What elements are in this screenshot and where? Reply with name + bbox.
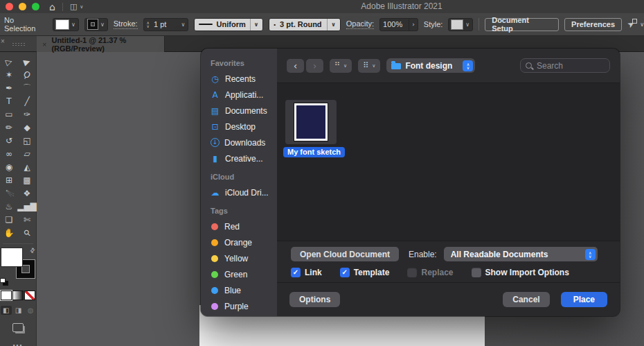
sidebar-item-green[interactable]: Green <box>201 266 277 282</box>
checked-checkbox-icon[interactable]: ✓ <box>340 268 350 277</box>
open-cloud-document-button[interactable]: Open Cloud Document <box>291 247 399 261</box>
icon-view-button[interactable]: ⠛ ∨ <box>330 59 352 73</box>
shape-builder-tool[interactable]: ◉ <box>0 160 18 173</box>
perspective-grid-tool[interactable]: ◭ <box>18 160 36 173</box>
sidebar-item-red[interactable]: Red <box>201 218 277 234</box>
lasso-tool[interactable]: Ϙ <box>18 68 36 81</box>
artboard-tool[interactable]: ❏ <box>0 213 18 226</box>
brush-definition-dropdown[interactable]: • 3 pt. Round ∨ <box>269 18 340 31</box>
hand-tool[interactable]: ✋ <box>0 226 18 239</box>
collapse-panel-icon[interactable]: × <box>1 37 5 45</box>
sidebar-item-creative[interactable]: ▮Creative... <box>201 150 277 166</box>
file-thumbnail[interactable] <box>285 100 337 144</box>
graphic-style-dropdown[interactable]: ∨ <box>448 18 473 31</box>
panel-drag-handle[interactable] <box>12 42 26 46</box>
select-similar-objects-button[interactable]: ➤ ∨ <box>627 19 644 29</box>
rotate-tool[interactable]: ↺ <box>0 134 18 147</box>
free-transform-tool[interactable]: ▱ <box>18 147 36 160</box>
arrange-documents-button[interactable]: ◫ ∨ <box>70 2 84 11</box>
type-tool[interactable]: T <box>0 94 18 107</box>
draw-behind-icon[interactable]: ◨ <box>13 306 24 315</box>
fill-color-well[interactable] <box>1 248 22 266</box>
curvature-tool[interactable]: ⌒ <box>18 81 36 94</box>
document-setup-button[interactable]: Document Setup <box>485 18 559 31</box>
zoom-tool[interactable]: ⚲ <box>18 226 36 239</box>
close-tab-icon[interactable]: × <box>42 40 46 49</box>
change-screen-mode-button[interactable] <box>12 323 24 332</box>
back-button[interactable]: ‹ <box>287 59 304 73</box>
draw-normal-icon[interactable]: ◧ <box>1 306 12 315</box>
sidebar-item-iclouddri[interactable]: ☁iCloud Dri... <box>201 184 277 200</box>
stroke-weight-dropdown[interactable]: ∧∨ 1 pt ∨ <box>143 18 189 31</box>
search-field[interactable] <box>520 58 610 73</box>
zoom-window-button[interactable] <box>32 3 39 10</box>
sidebar-item-yellow[interactable]: Yellow <box>201 250 277 266</box>
tools-panel-header[interactable]: × <box>0 36 37 52</box>
location-dropdown[interactable]: Font design ∧∨ <box>386 58 475 73</box>
divider <box>62 3 63 11</box>
sidebar-item-desktop[interactable]: ⊡Desktop <box>201 119 277 135</box>
sidebar-item-documents[interactable]: ▤Documents <box>201 103 277 119</box>
column-graph-tool[interactable]: ▂▅▇ <box>18 200 36 213</box>
stroke-color-dropdown[interactable]: ∨ <box>84 18 108 31</box>
sidebar-item-applicati[interactable]: AApplicati... <box>201 87 277 103</box>
rectangle-tool[interactable]: ▭ <box>0 107 18 121</box>
default-fill-stroke-icon[interactable] <box>1 279 8 286</box>
stroke-panel-link[interactable]: Stroke: <box>114 19 138 29</box>
file-browser[interactable]: My font sketch <box>277 83 620 241</box>
options-button[interactable]: Options <box>289 292 340 307</box>
gradient-tool[interactable]: ▩ <box>18 173 36 187</box>
eyedropper-tool[interactable]: ☄ <box>0 187 18 200</box>
stroke-weight-stepper[interactable]: ∧∨ <box>147 21 150 28</box>
edit-toolbar-ellipsis[interactable]: ••• <box>0 342 36 346</box>
mesh-tool[interactable]: ⊞ <box>0 173 18 187</box>
opacity-dropdown[interactable]: 100% › <box>379 18 418 31</box>
fill-color-dropdown[interactable]: ∨ <box>53 18 79 31</box>
opacity-panel-link[interactable]: Opacity: <box>346 19 374 29</box>
width-profile-value: Uniform <box>217 20 246 28</box>
color-button[interactable] <box>1 291 11 300</box>
preferences-button[interactable]: Preferences <box>564 18 622 31</box>
cancel-button[interactable]: Cancel <box>503 292 549 307</box>
sidebar-item-purple[interactable]: Purple <box>201 298 277 314</box>
magic-wand-tool[interactable]: ✶ <box>0 68 18 81</box>
file-name-label[interactable]: My font sketch <box>283 147 345 157</box>
place-button[interactable]: Place <box>561 292 607 307</box>
enable-dropdown[interactable]: All Readable Documents ∧∨ <box>444 247 598 261</box>
checkbox-show-import-options[interactable]: Show Import Options <box>472 268 569 277</box>
width-tool[interactable]: ∞ <box>0 147 18 160</box>
search-input[interactable] <box>535 60 600 71</box>
pen-tool[interactable]: ✒ <box>0 81 18 94</box>
blend-tool[interactable]: ❖ <box>18 187 36 200</box>
paintbrush-tool[interactable]: ✑ <box>18 107 36 121</box>
selection-tool[interactable]: ▷ <box>0 55 18 68</box>
forward-button[interactable]: › <box>306 59 323 73</box>
sidebar-item-downloads[interactable]: ↓Downloads <box>201 135 277 150</box>
checkbox-template[interactable]: ✓Template <box>340 268 390 277</box>
checked-checkbox-icon[interactable]: ✓ <box>291 268 301 277</box>
sidebar-item-recents[interactable]: ◷Recents <box>201 71 277 87</box>
sidebar-item-blue[interactable]: Blue <box>201 282 277 298</box>
symbol-sprayer-tool[interactable]: ♨ <box>0 200 18 213</box>
checkbox-link[interactable]: ✓Link <box>291 268 322 277</box>
document-tab[interactable]: × Untitled-1 @ 21.37 % (RGB/Preview) <box>37 36 165 52</box>
minimize-window-button[interactable] <box>19 3 26 10</box>
unchecked-checkbox-icon[interactable] <box>472 268 481 277</box>
gradient-button[interactable] <box>13 291 23 300</box>
control-bar: No Selection ∨ ∨ Stroke: ∧∨ 1 pt ∨ Unifo… <box>0 13 644 36</box>
slice-tool[interactable]: ✄ <box>18 213 36 226</box>
swap-fill-stroke-icon[interactable]: ⇄ <box>28 246 37 254</box>
home-icon[interactable]: ⌂ <box>49 2 55 12</box>
draw-inside-icon[interactable]: ◍ <box>25 306 36 315</box>
direct-selection-tool[interactable]: ▶ <box>18 55 36 68</box>
eraser-tool[interactable]: ◆ <box>18 121 36 134</box>
close-window-button[interactable] <box>6 3 13 10</box>
none-button[interactable] <box>25 291 35 300</box>
sidebar-item-orange[interactable]: Orange <box>201 234 277 250</box>
variable-width-profile-dropdown[interactable]: Uniform ∨ <box>194 18 263 31</box>
scale-tool[interactable]: ◱ <box>18 134 36 147</box>
shaper-tool[interactable]: ✏ <box>0 121 18 134</box>
favorites-list: ◷RecentsAApplicati...▤Documents⊡Desktop↓… <box>201 71 277 166</box>
group-view-button[interactable]: ⠿ ∨ <box>358 59 380 73</box>
line-segment-tool[interactable]: ╱ <box>18 94 36 107</box>
